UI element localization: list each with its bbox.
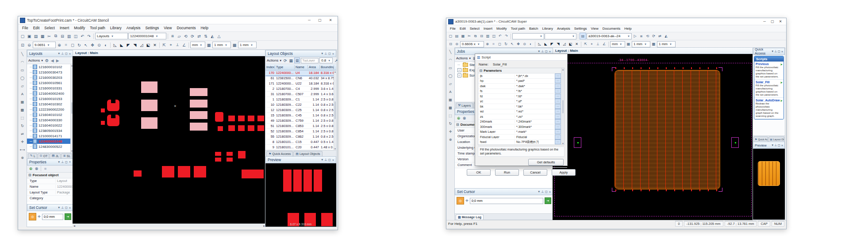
- grid-icon[interactable]: ▦: [206, 42, 212, 48]
- titlebar[interactable]: TopToCreateFootPrint.cam * - CircuitCAM …: [18, 16, 338, 24]
- toolbar-icon[interactable]: ▥: [485, 33, 491, 39]
- script-link[interactable]: Solar_AutoDraw: [756, 99, 782, 102]
- parameter-row[interactable]: 240mark *.240mark* …: [478, 120, 561, 125]
- layout-tree-item[interactable]: 121600010102: [27, 64, 70, 69]
- side-tool-icon[interactable]: ↻: [19, 123, 26, 129]
- layout-object-row[interactable]: 8 12180101... C15 0.447 0.5 x 1.48: [265, 139, 334, 145]
- layout-object-row[interactable]: 55 12180309... C862 1.14 0.8 x 2.5: [265, 134, 334, 139]
- toolbar-icon[interactable]: ◭: [663, 33, 669, 39]
- next-icon[interactable]: ▶: [55, 58, 60, 63]
- draw-tool-icon[interactable]: ◿: [138, 42, 145, 48]
- property-row[interactable]: Name 122400001048: [27, 184, 73, 190]
- float-icon[interactable]: ◻: [545, 190, 548, 193]
- float-icon[interactable]: ◻: [65, 52, 68, 55]
- opacity-combo[interactable]: 0.8▼: [319, 58, 333, 63]
- parameter-row[interactable]: bk *.bk* …: [478, 104, 561, 109]
- panel-menu-icon[interactable]: ▾: [58, 206, 60, 209]
- prev-icon[interactable]: ◀: [50, 58, 54, 63]
- canvas-hscrollbar[interactable]: ◀▶: [73, 224, 266, 227]
- snap-tool-icon[interactable]: ∠: [601, 41, 607, 47]
- run-script-icon[interactable]: ➤: [780, 63, 783, 66]
- toolbar-icon[interactable]: ▥: [66, 33, 72, 39]
- layout-tree-item[interactable]: 124830000522: [27, 144, 70, 149]
- toolbar-icon[interactable]: ⊡: [19, 42, 26, 48]
- layout-tree-item[interactable]: 121600030203: [27, 75, 70, 80]
- side-tool-icon[interactable]: ╲: [19, 51, 26, 57]
- menu-item[interactable]: Analysis: [555, 26, 572, 31]
- menu-item[interactable]: Select: [42, 25, 57, 31]
- panel-menu-icon[interactable]: ▾: [772, 143, 773, 147]
- toolbar-icon[interactable]: ⟳: [651, 33, 657, 39]
- side-tool-icon[interactable]: ▦: [19, 99, 26, 105]
- toolbar-icon[interactable]: ↻: [503, 41, 509, 47]
- toolbar-icon[interactable]: ✥: [515, 41, 521, 47]
- titlebar[interactable]: a30019-0063-ak(1).cam * - CircuitCAM Sup…: [446, 18, 786, 25]
- layout-tree-item[interactable]: 1216040002400: [27, 91, 70, 96]
- grid-size-combo[interactable]: 1 mm▼: [632, 41, 650, 47]
- side-tool-icon[interactable]: ▩: [447, 104, 453, 111]
- toolbar-icon[interactable]: ▣: [26, 33, 32, 39]
- side-tool-icon[interactable]: ▭: [447, 65, 453, 71]
- toolbar-icon[interactable]: ▤: [33, 33, 39, 39]
- close-icon[interactable]: ×: [549, 50, 551, 53]
- side-tool-icon[interactable]: ▱: [447, 81, 453, 87]
- side-tool-icon[interactable]: ⊕: [447, 136, 453, 143]
- browse-button[interactable]: …: [555, 78, 561, 83]
- refresh-icon[interactable]: ⟳: [283, 58, 288, 63]
- design-canvas[interactable]: -34--1700--43004-: [553, 54, 753, 220]
- maximize-button[interactable]: ▢: [315, 17, 325, 23]
- menu-item[interactable]: Help: [198, 25, 210, 31]
- browse-button[interactable]: …: [555, 99, 561, 104]
- draw-tool-icon[interactable]: ◥: [132, 42, 138, 48]
- close-icon[interactable]: ×: [69, 160, 71, 163]
- dock-tab[interactable]: ✎L: [28, 153, 37, 158]
- parameter-row[interactable]: dwk *.dwk* …: [478, 84, 561, 89]
- message-log-tab[interactable]: ▤Message Log: [456, 214, 484, 220]
- pin-icon[interactable]: ⊥: [541, 50, 544, 53]
- side-tool-icon[interactable]: ⇌: [19, 131, 26, 137]
- snap-tool-icon[interactable]: ⌖: [589, 41, 595, 47]
- side-tool-icon[interactable]: ✛: [447, 128, 453, 135]
- layout-tree-item[interactable]: 121600010331: [27, 85, 70, 91]
- toolbar-icon[interactable]: ↶: [497, 33, 503, 39]
- layout-object-row[interactable]: 12 12180309... C25 1.14 0.8 x 2.5: [265, 108, 334, 113]
- params-scrollbar[interactable]: ▲▼: [561, 68, 564, 145]
- layout-tree-item[interactable]: 121600030473: [27, 69, 70, 75]
- discard-icon[interactable]: ⊗: [462, 116, 467, 121]
- toolbar-icon[interactable]: ⊟: [479, 33, 484, 39]
- layout-object-row[interactable]: 52 12180309... C854 1.14 2.5 x 0.8: [265, 129, 334, 134]
- pin-icon[interactable]: ⊥: [61, 52, 64, 55]
- crosshair-icon[interactable]: ⊞: [294, 58, 300, 63]
- layout-object-row[interactable]: 1 12180309... C1 1.14 2.5 x 0.8: [265, 97, 334, 102]
- draw-tool-icon[interactable]: ◺: [537, 41, 542, 47]
- menu-item[interactable]: View: [589, 26, 600, 31]
- pin-icon[interactable]: ⊥: [774, 50, 777, 53]
- float-icon[interactable]: ◻: [65, 160, 68, 164]
- parameter-row[interactable]: hp *.pad* …: [478, 79, 561, 84]
- cursor-pin-icon[interactable]: ✛: [465, 199, 469, 203]
- units-combo[interactable]: mm▼: [610, 41, 625, 47]
- script-editor-icon[interactable]: ▤: [580, 33, 586, 39]
- menu-item[interactable]: Settings: [143, 25, 161, 31]
- apply-icon[interactable]: ⊕: [28, 166, 33, 171]
- menu-item[interactable]: Edit: [458, 26, 468, 31]
- pin-icon[interactable]: ⊥: [324, 52, 327, 55]
- menu-item[interactable]: Documents: [601, 26, 622, 31]
- document-combo[interactable]: 122400001048▼: [128, 33, 166, 39]
- panel-menu-icon[interactable]: ▾: [538, 190, 540, 193]
- settings-icon[interactable]: ⚙: [44, 58, 49, 63]
- table-scrollbar[interactable]: ▲▼: [334, 70, 336, 150]
- snap-size-combo[interactable]: 1 mm▼: [657, 41, 676, 47]
- float-icon[interactable]: ◻: [328, 52, 331, 55]
- script-card[interactable]: Solar_AutoDraw Redraw the photovoltaic m…: [754, 98, 784, 119]
- combo-1[interactable]: ▼: [512, 33, 544, 39]
- pin-icon[interactable]: ⊥: [61, 206, 64, 209]
- close-icon[interactable]: ×: [549, 190, 551, 193]
- toolbar-icon[interactable]: ✥: [89, 42, 96, 48]
- toolbar-icon[interactable]: ↖: [509, 41, 515, 47]
- close-icon[interactable]: ×: [332, 158, 334, 162]
- layout-tree-item[interactable]: 123805001534: [27, 128, 70, 133]
- layout-tree-item[interactable]: 121604010102: [27, 112, 70, 117]
- get-defaults-button[interactable]: Get defaults: [528, 159, 564, 166]
- parameter-row[interactable]: fs *.fs* …: [478, 89, 561, 94]
